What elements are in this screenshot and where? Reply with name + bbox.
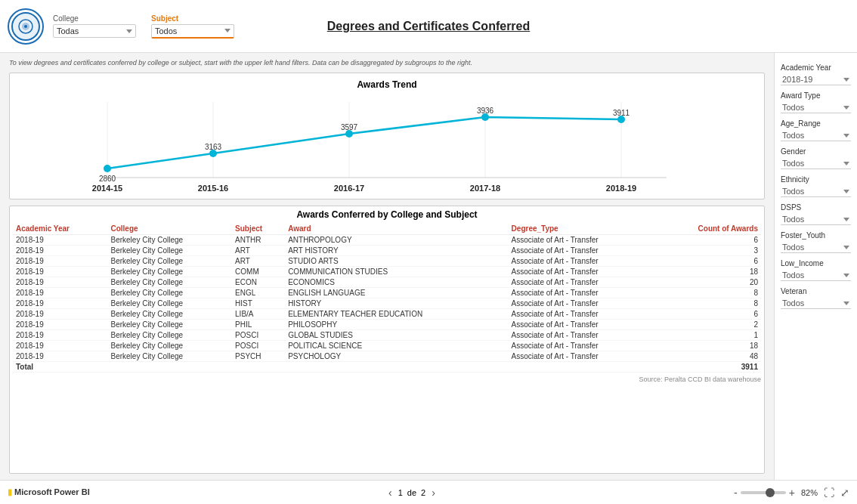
award-type-value: Todos	[782, 103, 804, 112]
zoom-control: - + 82%	[734, 487, 818, 499]
foster-youth-label: Foster_Youth	[781, 231, 851, 240]
table-row[interactable]: 2018-19Berkeley City CollegeANTHRANTHROP…	[13, 235, 761, 246]
table-cell: ENGL	[232, 288, 285, 298]
table-cell: PSYCH	[232, 351, 285, 362]
table-row[interactable]: 2018-19Berkeley City CollegeARTSTUDIO AR…	[13, 256, 761, 267]
foster-youth-select[interactable]: Todos	[781, 242, 851, 253]
svg-text:3597: 3597	[341, 123, 358, 131]
right-panel: Academic Year 2018-19 Award Type Todos A…	[774, 53, 857, 480]
table-cell: Associate of Art - Transfer	[509, 288, 656, 298]
zoom-minus-button[interactable]: -	[734, 487, 738, 499]
table-cell: Associate of Art - Transfer	[509, 309, 656, 320]
academic-year-chevron-icon	[843, 78, 849, 82]
table-row[interactable]: 2018-19Berkeley City CollegeCOMMCOMMUNIC…	[13, 267, 761, 277]
veteran-value: Todos	[782, 298, 804, 308]
college-select[interactable]: Todas	[53, 24, 136, 38]
bottom-bar: ▮ Microsoft Power BI ‹ 1 de 2 › - + 82% …	[0, 480, 857, 504]
table-cell: POSCI	[232, 341, 285, 351]
age-range-select[interactable]: Todos	[781, 130, 851, 141]
table-cell: HIST	[232, 298, 285, 309]
table-row[interactable]: 2018-19Berkeley City CollegeHISTHISTORYA…	[13, 298, 761, 309]
ethnicity-value: Todos	[782, 187, 804, 196]
zoom-plus-button[interactable]: +	[789, 487, 795, 499]
low-income-chevron-icon	[843, 274, 849, 277]
svg-text:3163: 3163	[205, 143, 222, 151]
table-row[interactable]: 2018-19Berkeley City CollegePOSCIPOLITIC…	[13, 341, 761, 351]
col-subject[interactable]: Subject	[232, 223, 285, 235]
table-cell: POSCI	[232, 330, 285, 341]
table-cell: PHILOSOPHY	[285, 320, 508, 330]
table-cell: 18	[656, 341, 761, 351]
age-range-label: Age_Range	[781, 119, 851, 128]
gender-select[interactable]: Todos	[781, 158, 851, 169]
expand-icon[interactable]: ⤢	[840, 487, 849, 499]
subject-select[interactable]: Todos	[151, 24, 234, 39]
table-row[interactable]: 2018-19Berkeley City CollegePOSCIGLOBAL …	[13, 330, 761, 341]
academic-year-select[interactable]: 2018-19	[781, 74, 851, 85]
table-row[interactable]: 2018-19Berkeley City CollegeECONECONOMIC…	[13, 277, 761, 288]
college-chevron-icon	[126, 29, 132, 33]
dsps-chevron-icon	[843, 218, 849, 221]
logo-icon	[17, 18, 34, 35]
top-bar: College Todas Subject Todos Degrees and …	[0, 0, 857, 53]
table-cell: LIB/A	[232, 309, 285, 320]
table-cell: POLITICAL SCIENCE	[285, 341, 508, 351]
zoom-slider[interactable]	[741, 491, 786, 494]
age-range-value: Todos	[782, 131, 804, 140]
awards-table: Academic Year College Subject Award Degr…	[13, 223, 761, 373]
table-row[interactable]: 2018-19Berkeley City CollegeARTART HISTO…	[13, 246, 761, 256]
svg-text:3936: 3936	[477, 107, 494, 115]
total-label: Total	[13, 362, 656, 373]
award-type-chevron-icon	[843, 106, 849, 110]
table-cell: ECONOMICS	[285, 277, 508, 288]
table-cell: Berkeley City College	[107, 288, 232, 298]
table-cell: Berkeley City College	[107, 351, 232, 362]
fullscreen-icon[interactable]: ⛶	[824, 487, 834, 499]
page-title: Degrees and Certificates Conferred	[327, 20, 531, 33]
col-award[interactable]: Award	[285, 223, 508, 235]
table-cell: 2018-19	[13, 256, 107, 267]
ethnicity-select[interactable]: Todos	[781, 186, 851, 197]
table-cell: Berkeley City College	[107, 298, 232, 309]
low-income-value: Todos	[782, 271, 804, 280]
zoom-value: 82%	[801, 488, 818, 497]
col-count[interactable]: Count of Awards	[656, 223, 761, 235]
table-cell: 2018-19	[13, 298, 107, 309]
subject-filter-group: Subject Todos	[151, 14, 234, 39]
prev-page-button[interactable]: ‹	[387, 487, 394, 499]
chart-title: Awards Trend	[19, 79, 755, 90]
table-row[interactable]: 2018-19Berkeley City CollegeLIB/AELEMENT…	[13, 309, 761, 320]
low-income-select[interactable]: Todos	[781, 270, 851, 281]
col-academic-year[interactable]: Academic Year	[13, 223, 107, 235]
table-cell: Berkeley City College	[107, 341, 232, 351]
table-row[interactable]: 2018-19Berkeley City CollegePSYCHPSYCHOL…	[13, 351, 761, 362]
award-type-select[interactable]: Todos	[781, 102, 851, 113]
table-cell: ANTHR	[232, 235, 285, 246]
pagination: ‹ 1 de 2 ›	[387, 487, 437, 499]
table-row[interactable]: 2018-19Berkeley City CollegeENGLENGLISH …	[13, 288, 761, 298]
table-cell: Associate of Art - Transfer	[509, 351, 656, 362]
col-college[interactable]: College	[107, 223, 232, 235]
svg-text:2015-16: 2015-16	[198, 184, 228, 193]
veteran-select[interactable]: Todos	[781, 298, 851, 309]
academic-year-value: 2018-19	[782, 75, 812, 84]
table-cell: Berkeley City College	[107, 267, 232, 277]
table-cell: STUDIO ARTS	[285, 256, 508, 267]
table-cell: 2018-19	[13, 341, 107, 351]
table-cell: 1	[656, 330, 761, 341]
chart-point-0[interactable]	[104, 165, 111, 172]
table-cell: 2	[656, 320, 761, 330]
table-cell: 2018-19	[13, 351, 107, 362]
dsps-select[interactable]: Todos	[781, 214, 851, 225]
next-page-button[interactable]: ›	[430, 487, 437, 499]
col-degree-type[interactable]: Degree_Type	[509, 223, 656, 235]
chart-area: 2860 3163 3597 3936 3911 2014-15 2015-16…	[19, 94, 755, 193]
table-cell: 2018-19	[13, 267, 107, 277]
table-cell: Associate of Art - Transfer	[509, 267, 656, 277]
ethnicity-chevron-icon	[843, 190, 849, 193]
table-cell: Berkeley City College	[107, 330, 232, 341]
table-cell: 2018-19	[13, 288, 107, 298]
table-row[interactable]: 2018-19Berkeley City CollegePHILPHILOSOP…	[13, 320, 761, 330]
table-cell: ANTHROPOLOGY	[285, 235, 508, 246]
subject-value: Todos	[155, 26, 177, 36]
